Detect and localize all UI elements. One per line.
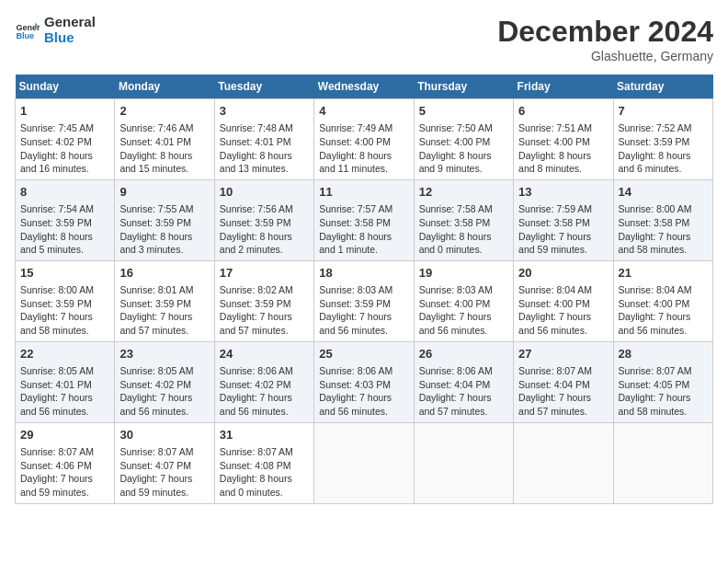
day-info: and 58 minutes. <box>619 405 708 419</box>
day-info: Sunrise: 7:57 AM <box>319 202 408 216</box>
calendar-cell: 31Sunrise: 8:07 AMSunset: 4:08 PMDayligh… <box>214 422 313 503</box>
day-number: 28 <box>619 346 708 362</box>
day-info: Sunset: 4:02 PM <box>20 135 109 149</box>
day-number: 31 <box>220 427 309 443</box>
day-info: Daylight: 7 hours <box>119 310 209 324</box>
day-info: Sunrise: 8:07 AM <box>20 445 109 459</box>
day-info: Sunrise: 7:50 AM <box>419 121 508 135</box>
day-info: Daylight: 7 hours <box>619 310 708 324</box>
calendar-cell: 14Sunrise: 8:00 AMSunset: 3:58 PMDayligh… <box>613 179 712 260</box>
day-info: Sunrise: 7:45 AM <box>20 121 109 135</box>
day-info: Sunset: 3:59 PM <box>119 297 209 311</box>
day-number: 17 <box>220 265 309 282</box>
day-info: Daylight: 7 hours <box>319 310 408 324</box>
calendar-cell: 26Sunrise: 8:06 AMSunset: 4:04 PMDayligh… <box>414 341 513 422</box>
day-info: Daylight: 8 hours <box>220 230 309 244</box>
day-info: Sunrise: 8:07 AM <box>619 364 708 378</box>
day-info: Sunset: 3:59 PM <box>319 297 408 311</box>
calendar-cell: 19Sunrise: 8:03 AMSunset: 4:00 PMDayligh… <box>414 260 513 341</box>
logo-general: General <box>44 15 96 30</box>
day-number: 12 <box>419 184 508 201</box>
day-info: Sunset: 3:58 PM <box>319 216 408 230</box>
weekday-header-friday: Friday <box>514 75 613 99</box>
calendar-cell: 9Sunrise: 7:55 AMSunset: 3:59 PMDaylight… <box>115 179 214 260</box>
day-info: Sunrise: 8:05 AM <box>20 364 109 378</box>
calendar-cell: 18Sunrise: 8:03 AMSunset: 3:59 PMDayligh… <box>314 260 414 341</box>
calendar-week-3: 15Sunrise: 8:00 AMSunset: 3:59 PMDayligh… <box>16 260 713 341</box>
month-title: December 2024 <box>497 15 713 49</box>
calendar-cell: 4Sunrise: 7:49 AMSunset: 4:00 PMDaylight… <box>314 99 414 180</box>
calendar-cell: 12Sunrise: 7:58 AMSunset: 3:58 PMDayligh… <box>414 179 513 260</box>
logo-blue: Blue <box>44 30 96 46</box>
day-info: Sunset: 4:00 PM <box>419 297 508 311</box>
day-info: and 15 minutes. <box>119 162 209 176</box>
day-info: Sunset: 4:00 PM <box>619 297 708 311</box>
day-number: 22 <box>20 346 109 362</box>
day-info: Sunrise: 7:51 AM <box>518 121 608 135</box>
day-info: Daylight: 8 hours <box>220 149 309 163</box>
day-number: 30 <box>119 427 209 443</box>
day-info: Daylight: 7 hours <box>419 310 508 324</box>
weekday-header-tuesday: Tuesday <box>214 75 313 99</box>
day-info: Sunset: 4:02 PM <box>220 378 309 392</box>
day-info: Sunrise: 7:48 AM <box>220 121 309 135</box>
calendar-cell: 8Sunrise: 7:54 AMSunset: 3:59 PMDaylight… <box>16 179 115 260</box>
title-block: December 2024 Glashuette, Germany <box>497 15 713 63</box>
day-number: 24 <box>220 346 309 362</box>
calendar-table: SundayMondayTuesdayWednesdayThursdayFrid… <box>15 75 713 504</box>
day-info: Sunrise: 8:03 AM <box>319 283 408 297</box>
calendar-cell: 27Sunrise: 8:07 AMSunset: 4:04 PMDayligh… <box>514 341 613 422</box>
day-info: Daylight: 8 hours <box>319 230 408 244</box>
day-number: 3 <box>220 103 309 120</box>
day-info: Sunset: 3:58 PM <box>419 216 508 230</box>
day-number: 14 <box>619 184 708 201</box>
day-info: and 57 minutes. <box>419 405 508 419</box>
day-info: Sunset: 4:00 PM <box>518 135 608 149</box>
day-number: 16 <box>119 265 209 282</box>
day-info: and 57 minutes. <box>119 324 209 338</box>
day-info: and 58 minutes. <box>20 324 109 338</box>
day-info: and 57 minutes. <box>220 324 309 338</box>
calendar-cell: 10Sunrise: 7:56 AMSunset: 3:59 PMDayligh… <box>214 179 313 260</box>
day-info: Sunset: 4:00 PM <box>319 135 408 149</box>
calendar-cell: 2Sunrise: 7:46 AMSunset: 4:01 PMDaylight… <box>115 99 214 180</box>
calendar-cell: 28Sunrise: 8:07 AMSunset: 4:05 PMDayligh… <box>613 341 712 422</box>
day-info: Sunrise: 8:06 AM <box>220 364 309 378</box>
day-info: Sunrise: 8:07 AM <box>119 445 209 459</box>
calendar-week-1: 1Sunrise: 7:45 AMSunset: 4:02 PMDaylight… <box>16 99 713 180</box>
day-number: 23 <box>119 346 209 362</box>
calendar-cell: 13Sunrise: 7:59 AMSunset: 3:58 PMDayligh… <box>514 179 613 260</box>
day-info: Daylight: 8 hours <box>119 149 209 163</box>
day-info: Daylight: 7 hours <box>619 391 708 405</box>
day-info: Sunset: 4:02 PM <box>119 378 209 392</box>
day-info: and 1 minute. <box>319 243 408 257</box>
weekday-header-wednesday: Wednesday <box>314 75 414 99</box>
day-info: Daylight: 7 hours <box>220 391 309 405</box>
day-info: Sunrise: 8:00 AM <box>20 283 109 297</box>
day-info: Sunrise: 7:52 AM <box>619 121 708 135</box>
day-info: Daylight: 7 hours <box>20 310 109 324</box>
calendar-week-5: 29Sunrise: 8:07 AMSunset: 4:06 PMDayligh… <box>16 422 713 503</box>
page-header: General Blue General Blue December 2024 … <box>15 15 713 63</box>
day-info: Daylight: 8 hours <box>619 149 708 163</box>
calendar-cell: 29Sunrise: 8:07 AMSunset: 4:06 PMDayligh… <box>16 422 115 503</box>
day-info: Daylight: 7 hours <box>518 391 608 405</box>
calendar-cell <box>613 422 712 503</box>
svg-text:Blue: Blue <box>16 31 34 40</box>
day-info: Daylight: 8 hours <box>419 149 508 163</box>
day-info: and 59 minutes. <box>119 486 209 500</box>
calendar-cell: 21Sunrise: 8:04 AMSunset: 4:00 PMDayligh… <box>613 260 712 341</box>
calendar-cell <box>514 422 613 503</box>
location-subtitle: Glashuette, Germany <box>497 49 713 63</box>
day-info: and 13 minutes. <box>220 162 309 176</box>
day-info: Sunset: 4:04 PM <box>419 378 508 392</box>
day-info: Sunrise: 8:01 AM <box>119 283 209 297</box>
day-info: and 6 minutes. <box>619 162 708 176</box>
day-info: and 0 minutes. <box>419 243 508 257</box>
day-number: 4 <box>319 103 408 120</box>
day-info: Sunset: 4:08 PM <box>220 459 309 473</box>
day-info: and 58 minutes. <box>619 243 708 257</box>
calendar-cell: 16Sunrise: 8:01 AMSunset: 3:59 PMDayligh… <box>115 260 214 341</box>
day-number: 11 <box>319 184 408 201</box>
day-info: Sunset: 4:04 PM <box>518 378 608 392</box>
